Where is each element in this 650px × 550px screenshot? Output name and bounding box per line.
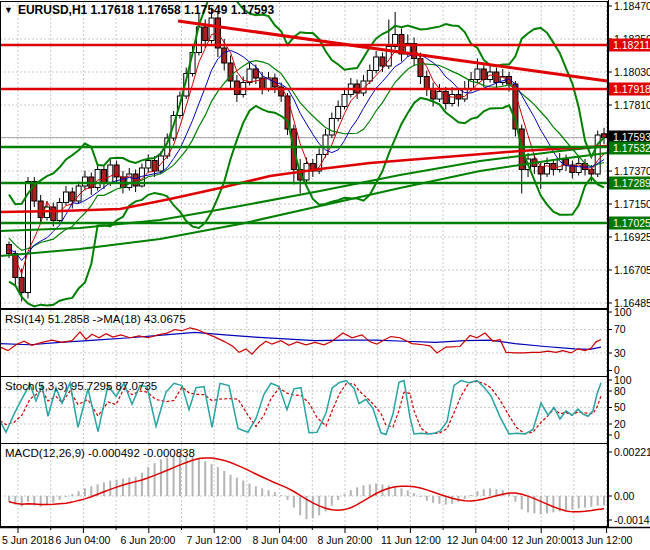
svg-text:1.18470: 1.18470 — [614, 0, 650, 12]
price-badge-resistance: 1.17918 — [609, 83, 650, 96]
svg-text:1.17025: 1.17025 — [613, 217, 650, 229]
price-badge-support: 1.17025 — [609, 217, 650, 230]
svg-text:1.17370: 1.17370 — [614, 165, 650, 177]
svg-text:6 Jun 04:00: 6 Jun 04:00 — [56, 534, 111, 546]
price-badge-support: 1.17532 — [609, 142, 650, 155]
svg-text:1.17150: 1.17150 — [614, 198, 650, 210]
svg-text:8 Jun 04:00: 8 Jun 04:00 — [253, 534, 308, 546]
svg-text:12 Jun 04:00: 12 Jun 04:00 — [447, 534, 508, 546]
svg-text:12 Jun 20:00: 12 Jun 20:00 — [512, 534, 573, 546]
svg-text:1.17532: 1.17532 — [613, 142, 650, 154]
svg-text:6 Jun 20:00: 6 Jun 20:00 — [121, 534, 176, 546]
svg-text:1.18211: 1.18211 — [613, 39, 650, 51]
svg-text:8 Jun 20:00: 8 Jun 20:00 — [318, 534, 373, 546]
svg-text:1.17289: 1.17289 — [613, 177, 650, 189]
trading-terminal-chart-window: 1.184701.182501.180301.178101.173701.171… — [0, 0, 650, 550]
svg-text:0.002213: 0.002213 — [614, 446, 650, 458]
svg-text:50: 50 — [614, 401, 626, 413]
svg-text:0.00: 0.00 — [614, 490, 635, 502]
svg-text:1.17810: 1.17810 — [614, 99, 650, 111]
svg-text:1.18030: 1.18030 — [614, 66, 650, 78]
svg-text:5 Jun 2018: 5 Jun 2018 — [2, 534, 54, 546]
price-badge-support: 1.17289 — [609, 177, 650, 190]
svg-text:13 Jun 12:00: 13 Jun 12:00 — [572, 534, 633, 546]
svg-text:30: 30 — [614, 347, 626, 359]
chart-canvas[interactable]: 1.184701.182501.180301.178101.173701.171… — [0, 0, 650, 550]
svg-text:1.16925: 1.16925 — [614, 231, 650, 243]
svg-text:80: 80 — [614, 385, 626, 397]
svg-text:1.17918: 1.17918 — [613, 83, 650, 95]
price-badge-resistance: 1.18211 — [609, 39, 650, 52]
svg-text:0: 0 — [614, 429, 620, 441]
svg-text:70: 70 — [614, 323, 626, 335]
svg-text:7 Jun 12:00: 7 Jun 12:00 — [187, 534, 242, 546]
svg-text:11 Jun 12:00: 11 Jun 12:00 — [381, 534, 441, 546]
svg-text:100: 100 — [614, 306, 632, 318]
svg-text:-0.001406: -0.001406 — [614, 514, 650, 526]
svg-text:1.16705: 1.16705 — [614, 264, 650, 276]
